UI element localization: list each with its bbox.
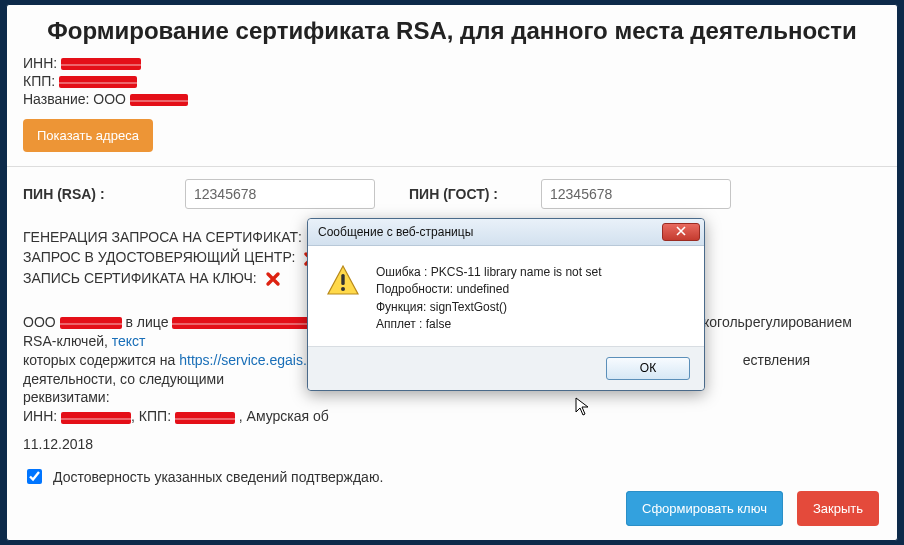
- req-inn-redacted: [61, 412, 131, 424]
- details-requisites: реквизитами:: [23, 389, 110, 405]
- dialog-line3: Функция: signTextGost(): [376, 299, 601, 316]
- dialog-close-button[interactable]: [662, 223, 700, 241]
- kpp-value-redacted: [59, 76, 137, 88]
- details-link-url[interactable]: https://service.egais.ru: [179, 352, 319, 368]
- name-prefix: ООО: [93, 91, 126, 107]
- status-send-request-label: ЗАПРОС В УДОСТОВЕРЯЮЩИЙ ЦЕНТР:: [23, 249, 295, 265]
- dialog-footer: ОК: [308, 346, 704, 390]
- dialog-text: Ошибка : PKCS-11 library name is not set…: [376, 264, 601, 334]
- pin-gost-input[interactable]: [541, 179, 731, 209]
- status-write-cert-label: ЗАПИСЬ СЕРТИФИКАТА НА КЛЮЧ:: [23, 270, 257, 286]
- close-icon: [676, 225, 686, 239]
- page-title: Формирование сертификата RSA, для данног…: [23, 17, 881, 45]
- details-ooo: ООО: [23, 314, 56, 330]
- pin-gost-label: ПИН (ГОСТ) :: [409, 186, 529, 202]
- generate-key-button[interactable]: Сформировать ключ: [626, 491, 783, 526]
- show-addresses-button[interactable]: Показать адреса: [23, 119, 153, 152]
- confirm-row: Достоверность указанных сведений подтвер…: [23, 466, 881, 487]
- dialog-ok-button[interactable]: ОК: [606, 357, 690, 380]
- name-label: Название:: [23, 91, 89, 107]
- details-redact-1: [60, 317, 122, 329]
- dialog-line2: Подробности: undefined: [376, 281, 601, 298]
- inn-value-redacted: [61, 58, 141, 70]
- details-redact-2: [172, 317, 322, 329]
- dialog-line4: Апплет : false: [376, 316, 601, 333]
- close-button[interactable]: Закрыть: [797, 491, 879, 526]
- confirm-label: Достоверность указанных сведений подтвер…: [53, 469, 383, 485]
- dialog-titlebar[interactable]: Сообщение с веб-страницы: [308, 219, 704, 246]
- svg-point-2: [341, 287, 345, 291]
- req-kpp-label: КПП:: [139, 408, 171, 424]
- warning-icon: [326, 264, 360, 298]
- pin-rsa-label: ПИН (RSA) :: [23, 186, 173, 202]
- divider: [7, 166, 897, 167]
- req-region: , Амурская об: [239, 408, 329, 424]
- org-kpp-row: КПП:: [23, 73, 881, 89]
- details-link-text[interactable]: текст: [112, 333, 146, 349]
- svg-rect-1: [341, 274, 344, 285]
- status-gen-request-label: ГЕНЕРАЦИЯ ЗАПРОСА НА СЕРТИФИКАТ:: [23, 229, 302, 245]
- req-inn-label: ИНН:: [23, 408, 57, 424]
- dialog-title: Сообщение с веб-страницы: [318, 225, 473, 239]
- footer-buttons: Сформировать ключ Закрыть: [626, 491, 879, 526]
- dialog-line1: Ошибка : PKCS-11 library name is not set: [376, 264, 601, 281]
- fail-icon: [265, 271, 281, 287]
- req-kpp-redacted: [175, 412, 235, 424]
- org-inn-row: ИНН:: [23, 55, 881, 71]
- kpp-label: КПП:: [23, 73, 55, 89]
- name-value-redacted: [130, 94, 188, 106]
- alert-dialog: Сообщение с веб-страницы Ошибка : PKCS-1…: [307, 218, 705, 391]
- dialog-body: Ошибка : PKCS-11 library name is not set…: [308, 246, 704, 346]
- inn-label: ИНН:: [23, 55, 57, 71]
- org-name-row: Название: ООО: [23, 91, 881, 107]
- pin-row: ПИН (RSA) : ПИН (ГОСТ) :: [23, 179, 881, 209]
- confirm-checkbox[interactable]: [27, 469, 42, 484]
- details-vlitse: в лице: [125, 314, 168, 330]
- pin-rsa-input[interactable]: [185, 179, 375, 209]
- details-contained: которых содержится на: [23, 352, 175, 368]
- details-date: 11.12.2018: [23, 436, 881, 452]
